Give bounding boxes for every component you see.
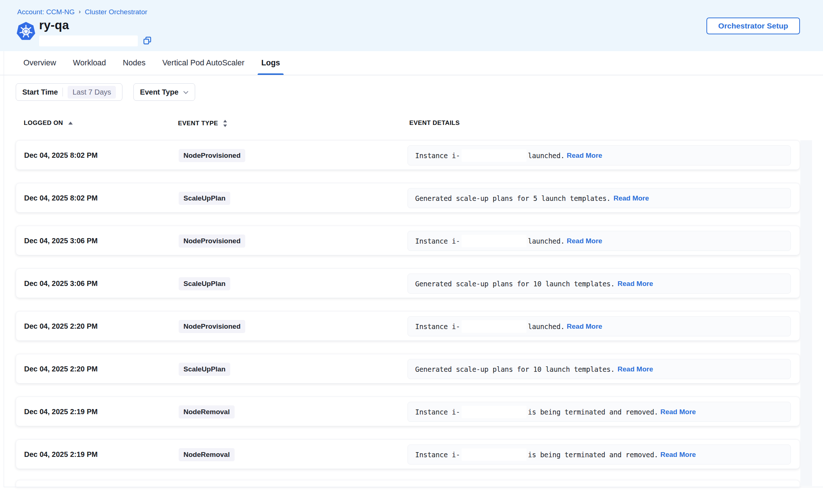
tab-overview[interactable]: Overview — [23, 51, 56, 75]
event-list: Dec 04, 2025 8:02 PM NodeProvisioned Ins… — [16, 140, 800, 469]
event-row-partial — [16, 480, 800, 487]
read-more-link[interactable]: Read More — [614, 194, 649, 202]
tab-workload[interactable]: Workload — [73, 51, 106, 75]
read-more-link[interactable]: Read More — [567, 322, 602, 331]
event-detail-prefix: Instance i- — [415, 451, 460, 459]
row-logged-on: Dec 04, 2025 8:02 PM — [24, 141, 98, 170]
row-event-type-badge: ScaleUpPlan — [179, 363, 230, 376]
row-event-details: Instance i- launched. Read More — [407, 316, 791, 336]
row-logged-on: Dec 04, 2025 2:19 PM — [24, 440, 98, 469]
row-logged-on: Dec 04, 2025 3:06 PM — [24, 269, 98, 298]
read-more-link[interactable]: Read More — [567, 237, 602, 245]
event-detail-suffix: is being terminated and removed. — [528, 408, 658, 416]
row-event-type-badge: NodeProvisioned — [179, 149, 245, 162]
content-left-border — [4, 51, 4, 487]
event-detail-suffix: is being terminated and removed. — [528, 451, 658, 459]
event-detail-prefix: Instance i- — [415, 237, 460, 245]
row-event-type-badge: NodeProvisioned — [179, 234, 245, 248]
event-row: Dec 04, 2025 8:02 PM ScaleUpPlan Generat… — [16, 183, 800, 213]
row-event-type-badge: NodeRemoval — [179, 405, 235, 419]
row-event-details: Instance i- is being terminated and remo… — [407, 444, 791, 465]
read-more-link[interactable]: Read More — [618, 365, 653, 373]
row-event-details: Instance i- launched. Read More — [407, 145, 791, 165]
kubernetes-icon — [16, 21, 36, 42]
event-detail-prefix: Instance i- — [415, 152, 460, 160]
tab-nodes[interactable]: Nodes — [123, 51, 145, 75]
content-bottom-border — [4, 487, 823, 487]
instance-id-redacted — [462, 235, 527, 247]
event-row: Dec 04, 2025 2:19 PM NodeRemoval Instanc… — [16, 397, 800, 426]
scrollbar-track[interactable] — [800, 140, 812, 486]
event-type-filter-label: Event Type — [140, 88, 178, 96]
row-logged-on: Dec 04, 2025 8:02 PM — [24, 183, 98, 213]
sort-both-icon[interactable] — [223, 119, 227, 127]
read-more-link[interactable]: Read More — [618, 280, 653, 288]
event-detail-suffix: launched. — [528, 322, 565, 331]
start-time-filter-label: Start Time — [22, 88, 58, 96]
read-more-link[interactable]: Read More — [660, 451, 696, 459]
page-header: Account: CCM-NG › Cluster Orchestrator — [0, 0, 823, 51]
row-logged-on: Dec 04, 2025 2:20 PM — [24, 354, 98, 384]
tab-vertical-pod-autoscaler[interactable]: Vertical Pod AutoScaler — [162, 51, 244, 75]
event-detail-suffix: launched. — [528, 237, 565, 245]
table-header: LOGGED ON EVENT TYPE EVENT DETAILS — [0, 119, 823, 129]
orchestrator-setup-button[interactable]: Orchestrator Setup — [706, 18, 800, 34]
row-event-details: Instance i- launched. Read More — [407, 231, 791, 251]
event-detail-prefix: Generated scale-up plans for 10 launch t… — [415, 280, 615, 288]
column-header-event-type[interactable]: EVENT TYPE — [178, 119, 227, 127]
read-more-link[interactable]: Read More — [660, 408, 696, 416]
event-row: Dec 04, 2025 8:02 PM NodeProvisioned Ins… — [16, 140, 800, 170]
row-event-type-badge: NodeRemoval — [179, 448, 235, 461]
event-row: Dec 04, 2025 2:19 PM NodeRemoval Instanc… — [16, 439, 800, 469]
event-row: Dec 04, 2025 2:20 PM ScaleUpPlan Generat… — [16, 354, 800, 383]
event-detail-prefix: Instance i- — [415, 408, 460, 416]
instance-id-redacted — [462, 149, 527, 162]
tab-bar: Overview Workload Nodes Vertical Pod Aut… — [0, 51, 823, 75]
chevron-down-icon — [183, 91, 189, 94]
row-event-details: Generated scale-up plans for 5 launch te… — [407, 188, 791, 208]
tab-logs[interactable]: Logs — [261, 51, 280, 75]
row-event-details: Instance i- is being terminated and remo… — [407, 402, 791, 422]
cluster-orchestrator-page: Account: CCM-NG › Cluster Orchestrator — [0, 0, 823, 504]
start-time-filter-value: Last 7 Days — [68, 86, 116, 99]
instance-id-redacted — [462, 406, 527, 418]
event-detail-prefix: Instance i- — [415, 322, 460, 331]
event-detail-prefix: Generated scale-up plans for 10 launch t… — [415, 365, 615, 373]
row-logged-on: Dec 04, 2025 2:19 PM — [24, 397, 98, 427]
row-logged-on: Dec 04, 2025 2:20 PM — [24, 312, 98, 341]
start-time-filter[interactable]: Start Time Last 7 Days — [16, 83, 122, 101]
event-detail-suffix: launched. — [528, 152, 565, 160]
row-event-details: Generated scale-up plans for 10 launch t… — [407, 274, 791, 294]
sort-ascending-icon[interactable] — [68, 121, 73, 125]
breadcrumb-cluster-orchestrator-link[interactable]: Cluster Orchestrator — [85, 8, 147, 16]
filters-row: Start Time Last 7 Days Event Type — [16, 83, 195, 101]
row-event-type-badge: NodeProvisioned — [179, 320, 245, 333]
row-event-type-badge: ScaleUpPlan — [179, 192, 230, 205]
copy-icon[interactable] — [142, 35, 153, 46]
event-row: Dec 04, 2025 2:20 PM NodeProvisioned Ins… — [16, 311, 800, 341]
column-header-event-details: EVENT DETAILS — [409, 119, 460, 127]
row-logged-on: Dec 04, 2025 3:06 PM — [24, 226, 98, 256]
event-row: Dec 04, 2025 3:06 PM ScaleUpPlan Generat… — [16, 268, 800, 298]
breadcrumb-account-link[interactable]: Account: CCM-NG — [17, 8, 75, 16]
read-more-link[interactable]: Read More — [567, 152, 602, 160]
breadcrumb: Account: CCM-NG › Cluster Orchestrator — [17, 8, 147, 16]
event-row: Dec 04, 2025 3:06 PM NodeProvisioned Ins… — [16, 226, 800, 255]
breadcrumb-separator-icon: › — [79, 8, 81, 15]
row-event-details: Generated scale-up plans for 10 launch t… — [407, 359, 791, 379]
page-title: ry-qa — [39, 18, 69, 32]
event-type-filter[interactable]: Event Type — [133, 83, 195, 101]
filter-divider — [62, 88, 63, 96]
event-detail-prefix: Generated scale-up plans for 5 launch te… — [415, 194, 611, 202]
cluster-id-redacted — [39, 35, 138, 46]
row-event-type-badge: ScaleUpPlan — [179, 277, 230, 290]
instance-id-redacted — [462, 448, 527, 461]
instance-id-redacted — [462, 320, 527, 333]
column-header-logged-on[interactable]: LOGGED ON — [24, 119, 73, 127]
